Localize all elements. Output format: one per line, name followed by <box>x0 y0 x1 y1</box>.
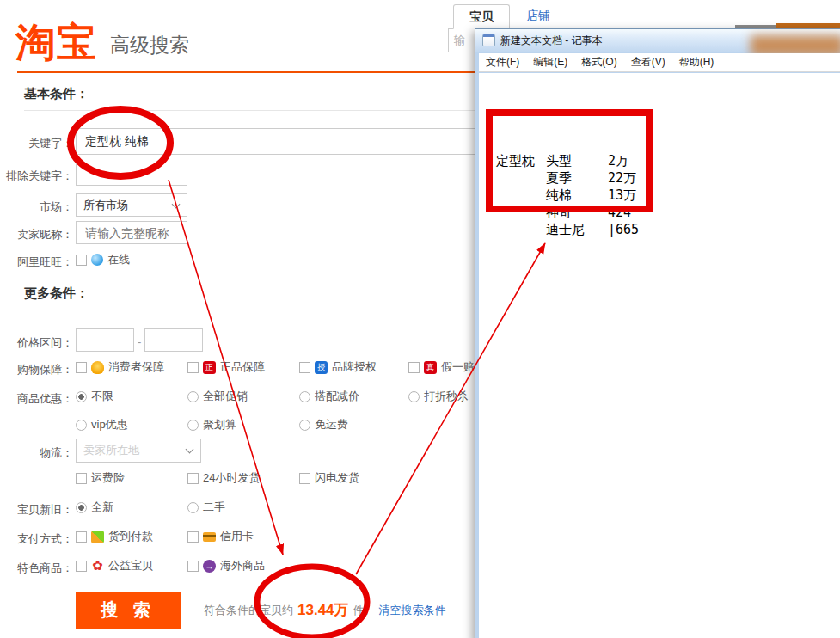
lightning-ship-checkbox[interactable] <box>299 473 310 484</box>
promo-juhuasuan-option[interactable]: 聚划算 <box>187 417 236 432</box>
protection-consumer-option[interactable]: 消费者保障 <box>76 359 164 375</box>
payment-credit-option[interactable]: 信用卡 <box>187 529 254 544</box>
condition-used-option[interactable]: 二手 <box>187 500 225 515</box>
notepad-line: 定型枕 头型 2万 <box>496 152 639 169</box>
promo-freeship-option[interactable]: 免运费 <box>299 417 348 432</box>
screen: 淘宝 高级搜索 宝贝 店铺 输 基本条件： 关键字： 排除关键字： 市场： 所有… <box>0 0 840 638</box>
promo-unlimited-text: 不限 <box>91 389 113 404</box>
menu-file[interactable]: 文件(F) <box>479 55 526 70</box>
menu-format[interactable]: 格式(O) <box>574 55 623 70</box>
keyword-modifier: 迪士尼 <box>546 221 608 238</box>
exclude-keyword-input[interactable] <box>76 163 187 186</box>
promo-flash-radio[interactable] <box>408 391 420 402</box>
genuine-product-checkbox[interactable] <box>187 362 199 373</box>
notepad-text-area[interactable]: 定型枕 头型 2万 夏季 22万 纯棉 13万 神奇 424 <box>479 73 840 638</box>
special-charity-option[interactable]: ✿ 公益宝贝 <box>76 558 153 574</box>
overseas-checkbox[interactable] <box>187 561 199 572</box>
ship-24h-checkbox[interactable] <box>187 473 199 484</box>
price-min-input[interactable] <box>76 328 134 352</box>
notepad-line: 神奇 424 <box>496 204 639 221</box>
promo-bundle-radio[interactable] <box>299 391 310 402</box>
promo-freeship-text: 免运费 <box>315 417 348 432</box>
keyword-modifier: 夏季 <box>546 169 608 187</box>
condition-new-option[interactable]: 全新 <box>76 500 113 515</box>
promo-vip-option[interactable]: vip优惠 <box>76 417 128 432</box>
promo-juhuasuan-text: 聚划算 <box>203 417 236 432</box>
brand-auth-checkbox[interactable] <box>299 362 310 373</box>
consumer-protection-checkbox[interactable] <box>76 362 87 373</box>
logistics-insurance-option[interactable]: 运费险 <box>76 470 125 486</box>
genuine-product-icon: 正 <box>203 361 216 374</box>
result-line: 符合条件的宝贝约 13.44万 件。 清空搜索条件 <box>204 600 446 620</box>
logistics-select[interactable]: 卖家所在地 <box>76 439 201 463</box>
market-select[interactable]: 所有市场 <box>76 193 187 217</box>
logistics-lightning-option[interactable]: 闪电发货 <box>299 470 359 486</box>
promo-vip-radio[interactable] <box>76 420 87 431</box>
promo-bundle-option[interactable]: 搭配减价 <box>299 389 359 404</box>
tab-items[interactable]: 宝贝 <box>453 4 510 29</box>
promo-all-radio[interactable] <box>187 391 199 402</box>
special-overseas-option[interactable]: → 海外商品 <box>187 558 265 574</box>
notepad-line: 夏季 22万 <box>496 169 639 187</box>
notepad-menubar: 文件(F) 编辑(E) 格式(O) 查看(V) 帮助(H) <box>479 53 840 72</box>
seller-nick-label: 卖家昵称： <box>0 227 73 242</box>
promo-bundle-text: 搭配减价 <box>315 389 359 404</box>
wangwang-online-option[interactable]: 在线 <box>76 252 130 267</box>
chevron-down-icon <box>172 200 181 209</box>
logistics-24h-option[interactable]: 24小时发货 <box>187 470 260 486</box>
market-label: 市场： <box>0 199 73 215</box>
genuine-product-text: 正品保障 <box>220 359 265 375</box>
header: 淘宝 高级搜索 <box>15 22 189 62</box>
keyword-modifier: 头型 <box>546 152 608 169</box>
special-label: 特色商品： <box>0 561 73 576</box>
protection-brand-option[interactable]: 授 品牌授权 <box>299 359 377 375</box>
page-title: 高级搜索 <box>110 32 189 58</box>
notepad-title: 新建文本文档 - 记事本 <box>500 34 603 48</box>
promo-freeship-radio[interactable] <box>299 420 310 431</box>
cod-checkbox[interactable] <box>76 531 87 543</box>
price-max-input[interactable] <box>144 328 203 352</box>
credit-card-text: 信用卡 <box>220 529 254 544</box>
taobao-logo: 淘宝 <box>15 22 98 62</box>
keyword-count: 22万 <box>608 169 636 187</box>
charity-checkbox[interactable] <box>76 561 87 572</box>
keyword-label: 关键字： <box>0 136 73 151</box>
ship-24h-text: 24小时发货 <box>203 470 260 486</box>
tab-shops[interactable]: 店铺 <box>526 9 550 24</box>
keyword-modifier: 纯棉 <box>546 187 608 204</box>
cod-text: 货到付款 <box>108 529 153 544</box>
credit-card-checkbox[interactable] <box>187 531 199 543</box>
exclude-keyword-label: 排除关键字： <box>0 169 73 184</box>
wangwang-icon <box>91 254 103 266</box>
logistics-label: 物流： <box>0 445 73 461</box>
protection-label: 购物保障： <box>0 362 73 377</box>
wangwang-online-checkbox[interactable] <box>76 255 87 266</box>
payment-label: 支付方式： <box>0 531 73 547</box>
notepad-titlebar[interactable]: 新建文本文档 - 记事本 <box>475 29 840 52</box>
promo-label: 商品优惠： <box>0 391 73 407</box>
fake-compensation-checkbox[interactable] <box>408 362 420 373</box>
promo-juhuasuan-radio[interactable] <box>187 420 199 431</box>
menu-help[interactable]: 帮助(H) <box>672 55 721 70</box>
condition-used-radio[interactable] <box>187 502 199 513</box>
wangwang-label: 阿里旺旺： <box>0 255 73 270</box>
search-button[interactable]: 搜 索 <box>76 592 181 629</box>
promo-unlimited-radio[interactable] <box>76 391 87 402</box>
seller-nick-input[interactable] <box>76 221 187 244</box>
protection-genuine-option[interactable]: 正 正品保障 <box>187 359 265 375</box>
menu-edit[interactable]: 编辑(E) <box>526 55 574 70</box>
result-unit: 件。 <box>353 603 376 618</box>
menu-view[interactable]: 查看(V) <box>624 55 672 70</box>
credit-card-icon <box>203 532 216 542</box>
condition-new-radio[interactable] <box>76 502 87 513</box>
promo-flash-option[interactable]: 打折秒杀 <box>408 389 469 404</box>
payment-cod-option[interactable]: 货到付款 <box>76 529 153 544</box>
lightning-ship-text: 闪电发货 <box>315 470 359 486</box>
freight-insurance-checkbox[interactable] <box>76 473 87 484</box>
promo-unlimited-option[interactable]: 不限 <box>76 389 113 404</box>
fake-compensation-icon: 真 <box>424 361 437 374</box>
promo-all-option[interactable]: 全部促销 <box>187 389 248 404</box>
brand-auth-icon: 授 <box>315 361 328 374</box>
cod-icon <box>91 531 104 543</box>
clear-search-link[interactable]: 清空搜索条件 <box>379 603 446 618</box>
